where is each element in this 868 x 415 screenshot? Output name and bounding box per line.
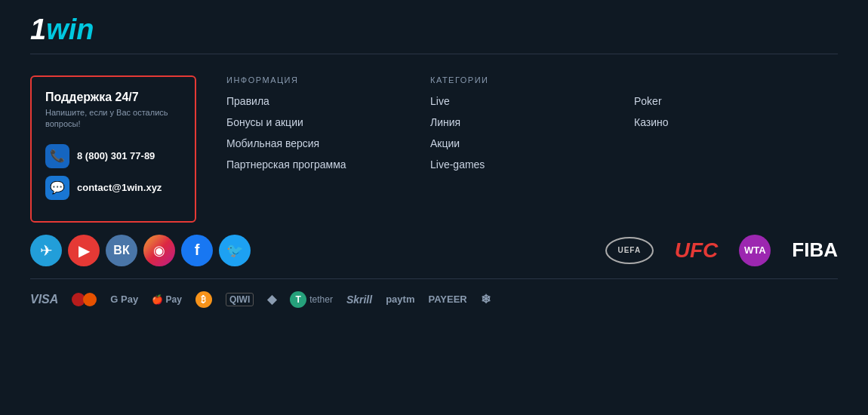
- facebook-button[interactable]: f: [181, 235, 213, 266]
- visa-logo: VISA: [30, 293, 58, 306]
- bottom-divider: [30, 278, 838, 279]
- snowflake-logo: ❄: [481, 292, 491, 306]
- link-poker[interactable]: Poker: [634, 95, 823, 107]
- social-icons: ✈ ▶ ВК ◉ f 🐦: [30, 235, 251, 266]
- link-liniya[interactable]: Линия: [430, 116, 619, 128]
- youtube-icon: ▶: [78, 241, 90, 260]
- link-bonusy[interactable]: Бонусы и акции: [226, 116, 415, 128]
- ethereum-logo: ◆: [267, 292, 276, 306]
- information-header: ИНФОРМАЦИЯ: [226, 75, 415, 85]
- payeer-logo: PAYEER: [428, 294, 466, 305]
- support-subtitle: Напишите, если у Вас остались вопросы!: [45, 107, 180, 131]
- tether-payment: T tether: [290, 291, 333, 308]
- skrill-logo: Skrill: [346, 294, 372, 306]
- mc-circle-orange: [83, 293, 97, 306]
- logo-part2: win: [46, 14, 94, 46]
- paytm-logo: paytm: [386, 294, 414, 305]
- support-title: Поддержка 24/7: [45, 91, 180, 104]
- fiba-logo: FIBA: [792, 238, 838, 262]
- email-address: contact@1win.xyz: [77, 182, 162, 193]
- info-columns: ИНФОРМАЦИЯ Правила Бонусы и акции Мобиль…: [226, 75, 838, 223]
- phone-icon: 📞: [45, 144, 69, 168]
- facebook-icon: f: [195, 241, 200, 259]
- youtube-button[interactable]: ▶: [68, 235, 100, 266]
- bitcoin-logo: ₿: [195, 291, 212, 308]
- link-pravila[interactable]: Правила: [226, 95, 415, 107]
- tether-label: tether: [309, 294, 333, 305]
- twitter-button[interactable]: 🐦: [219, 235, 251, 266]
- telegram-button[interactable]: ✈: [30, 235, 62, 266]
- logo-part1: 1: [30, 14, 46, 46]
- twitter-icon: 🐦: [226, 242, 243, 259]
- support-box: Поддержка 24/7 Напишите, если у Вас оста…: [30, 75, 196, 223]
- ufc-logo: UFC: [675, 238, 719, 263]
- telegram-icon: ✈: [40, 241, 53, 260]
- link-partner[interactable]: Партнерская программа: [226, 158, 415, 171]
- qiwi-logo: QIWI: [226, 293, 254, 306]
- main-content: Поддержка 24/7 Напишите, если у Вас оста…: [0, 54, 868, 223]
- header: 1 win: [0, 0, 868, 54]
- link-live-games[interactable]: Live-games: [430, 158, 619, 171]
- phone-contact[interactable]: 📞 8 (800) 301 77-89: [45, 144, 180, 168]
- mastercard-logo: [72, 293, 97, 306]
- payment-row: VISA G Pay 🍎 Pay ₿ QIWI ◆ T tether Skril…: [0, 284, 868, 315]
- email-icon: 💬: [45, 176, 69, 200]
- link-mobile[interactable]: Мобильная версия: [226, 137, 415, 149]
- instagram-icon: ◉: [153, 242, 165, 259]
- vk-button[interactable]: ВК: [106, 235, 137, 266]
- gpay-logo: G Pay: [110, 294, 138, 305]
- categories-column: КАТЕГОРИИ Live Линия Акции Live-games: [430, 75, 634, 223]
- email-contact[interactable]: 💬 contact@1win.xyz: [45, 176, 180, 200]
- link-live[interactable]: Live: [430, 95, 619, 107]
- applepay-logo: 🍎 Pay: [152, 294, 182, 305]
- vk-icon: ВК: [113, 244, 129, 257]
- link-casino[interactable]: Казино: [634, 116, 823, 128]
- wta-logo: WTA: [739, 235, 771, 266]
- categories-header: КАТЕГОРИИ: [430, 75, 619, 85]
- link-akcii[interactable]: Акции: [430, 137, 619, 149]
- information-column: ИНФОРМАЦИЯ Правила Бонусы и акции Мобиль…: [226, 75, 430, 223]
- tether-icon: T: [290, 291, 306, 308]
- instagram-button[interactable]: ◉: [143, 235, 175, 266]
- partner-logos: UEFA UFC WTA FIBA: [605, 235, 838, 266]
- uefa-logo: UEFA: [605, 237, 654, 264]
- extra-categories-column: КАТЕГОРИИ Poker Казино: [634, 75, 838, 223]
- social-partner-row: ✈ ▶ ВК ◉ f 🐦 UEFA UFC WTA FIBA: [0, 223, 868, 274]
- phone-number: 8 (800) 301 77-89: [77, 150, 155, 161]
- logo: 1 win: [30, 14, 838, 46]
